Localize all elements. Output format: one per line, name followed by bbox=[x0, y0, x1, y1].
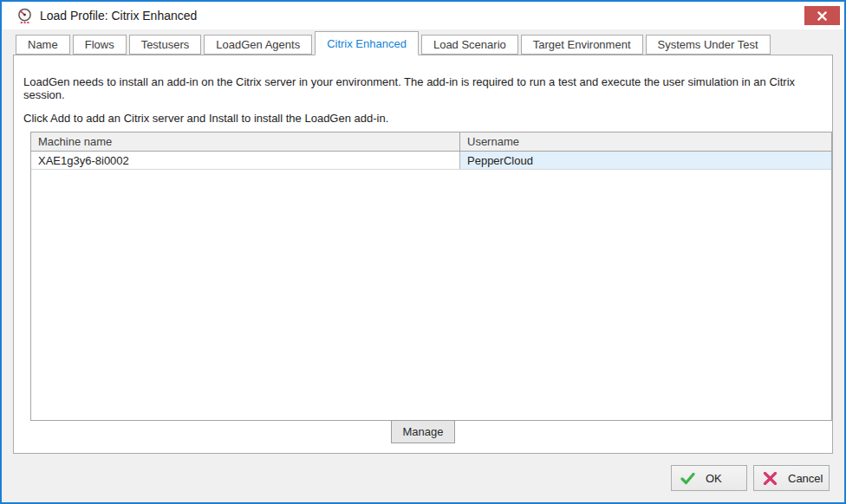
cell-username[interactable]: PepperCloud bbox=[460, 152, 831, 169]
cancel-label: Cancel bbox=[788, 472, 823, 485]
citrix-servers-table: Machine nameUsername XAE1g3y6-8i0002Pepp… bbox=[30, 132, 832, 421]
ok-label: OK bbox=[706, 472, 722, 485]
tab-testusers[interactable]: Testusers bbox=[129, 35, 202, 55]
table-row[interactable]: XAE1g3y6-8i0002PepperCloud bbox=[31, 152, 831, 170]
column-header-machine-name[interactable]: Machine name bbox=[31, 132, 460, 151]
ok-button[interactable]: OK bbox=[671, 465, 747, 491]
manage-button[interactable]: Manage bbox=[391, 420, 455, 443]
tab-flows[interactable]: Flows bbox=[73, 35, 127, 55]
tab-load-scenario[interactable]: Load Scenario bbox=[421, 35, 518, 55]
instructions: LoadGen needs to install an add-in on th… bbox=[14, 55, 832, 125]
instruction-line-1: LoadGen needs to install an add-in on th… bbox=[23, 75, 820, 101]
tab-systems-under-test[interactable]: Systems Under Test bbox=[646, 35, 771, 55]
tab-loadgen-agents[interactable]: LoadGen Agents bbox=[204, 35, 312, 55]
cancel-button[interactable]: Cancel bbox=[753, 465, 830, 491]
x-icon bbox=[763, 472, 778, 485]
loadgen-gauge-icon bbox=[16, 8, 33, 24]
title-bar: Load Profile: Citrix Enhanced bbox=[2, 2, 844, 29]
tab-page-citrix-enhanced: LoadGen needs to install an add-in on th… bbox=[13, 55, 833, 454]
footer-bar: OK Cancel bbox=[2, 454, 844, 502]
close-icon bbox=[817, 11, 827, 21]
tab-citrix-enhanced[interactable]: Citrix Enhanced bbox=[315, 31, 419, 55]
check-icon bbox=[680, 472, 695, 485]
column-header-username[interactable]: Username bbox=[460, 132, 831, 151]
table-body: XAE1g3y6-8i0002PepperCloud bbox=[31, 152, 831, 420]
close-button[interactable] bbox=[804, 6, 840, 25]
cell-machine-name[interactable]: XAE1g3y6-8i0002 bbox=[31, 152, 460, 169]
tab-target-environment[interactable]: Target Environment bbox=[521, 35, 643, 55]
tab-name[interactable]: Name bbox=[16, 35, 70, 55]
tab-bar: NameFlowsTestusersLoadGen AgentsCitrix E… bbox=[2, 29, 844, 55]
table-header-row: Machine nameUsername bbox=[31, 132, 831, 152]
dialog-window: Load Profile: Citrix Enhanced NameFlowsT… bbox=[0, 0, 846, 504]
window-title: Load Profile: Citrix Enhanced bbox=[40, 9, 197, 23]
instruction-line-2: Click Add to add an Citrix server and In… bbox=[23, 112, 820, 125]
